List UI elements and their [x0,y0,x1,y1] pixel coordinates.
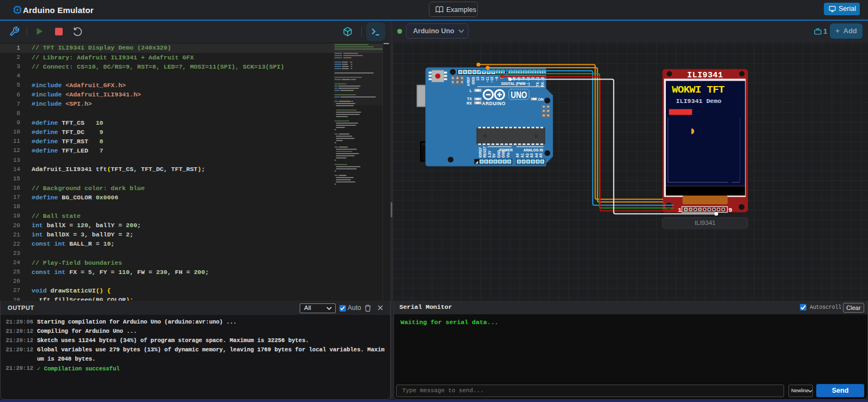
svg-text:A2: A2 [525,153,529,158]
svg-text:AREF: AREF [466,77,470,86]
svg-text:RX: RX [466,101,472,105]
svg-text:ILI9341: ILI9341 [687,71,723,80]
svg-text:WOKWI TFT: WOKWI TFT [672,84,725,96]
svg-text:ILI9341 Demo: ILI9341 Demo [676,98,722,105]
svg-text:1: 1 [678,206,682,214]
svg-text:GND: GND [501,150,505,157]
svg-text:~6: ~6 [512,77,516,81]
svg-text:ILI9341: ILI9341 [695,220,715,226]
svg-text:A4: A4 [535,153,538,158]
svg-text:5V: 5V [492,153,496,158]
svg-text:L: L [470,89,472,93]
svg-text:ON: ON [538,98,544,101]
svg-text:12: 12 [481,77,484,81]
svg-text:A0: A0 [515,153,519,158]
svg-text:A5: A5 [539,153,543,158]
svg-text:Vin: Vin [506,153,510,158]
svg-text:~3: ~3 [526,77,530,81]
svg-text:A1: A1 [520,153,524,158]
svg-text:DIGITAL (PWM ~): DIGITAL (PWM ~) [501,82,530,86]
svg-text:TX: TX [467,97,472,101]
svg-text:UNO: UNO [511,90,527,100]
svg-text:IOREF: IOREF [478,147,482,157]
svg-text:RESET: RESET [483,146,487,157]
svg-text:RX←0: RX←0 [541,77,544,87]
svg-text:A3: A3 [530,153,533,158]
svg-text:~11: ~11 [485,77,489,83]
svg-text:3.3V: 3.3V [488,150,491,158]
svg-text:9: 9 [729,206,732,214]
svg-text:13: 13 [476,77,479,81]
svg-text:~10: ~10 [490,77,494,83]
svg-text:TX→1: TX→1 [536,77,539,87]
svg-text:GND: GND [497,150,501,157]
svg-text:GND: GND [471,77,475,84]
svg-text:ARDUINO: ARDUINO [482,101,506,106]
svg-text:~5: ~5 [517,77,521,81]
svg-text:~9: ~9 [495,77,499,81]
svg-text:ANALOG IN: ANALOG IN [524,148,543,152]
